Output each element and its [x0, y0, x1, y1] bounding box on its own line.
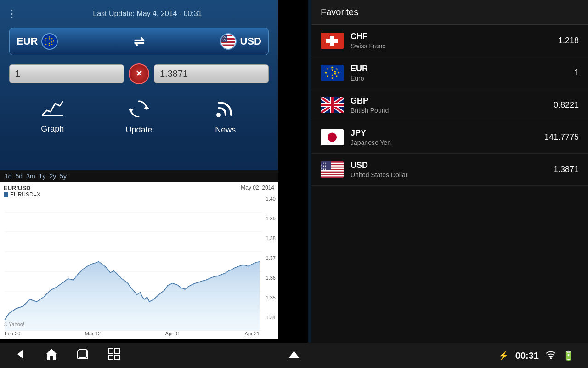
chf-rate: 1.218 [558, 36, 579, 46]
favorite-item-chf[interactable]: CHF Swiss Franc 1.218 [311, 25, 588, 57]
flag-gbp [321, 97, 344, 113]
x-label-2: Mar 12 [85, 331, 101, 336]
time-3m[interactable]: 3m [26, 172, 35, 180]
legend-color [4, 192, 8, 197]
home-button[interactable] [45, 348, 58, 363]
usd-rate: 1.3871 [554, 165, 579, 174]
svg-marker-24 [144, 105, 149, 109]
to-amount-display: 1.3871 [154, 64, 269, 83]
update-button[interactable]: Update [96, 92, 182, 142]
wifi-icon [546, 351, 556, 361]
update-icon [129, 99, 149, 121]
to-currency-flag: ★★★ ★★ ★★★ ★★ [220, 33, 237, 50]
chart-pair-label: EUR/USD [4, 184, 31, 191]
svg-rect-36 [326, 39, 338, 43]
eur-name: Euro [351, 75, 574, 82]
from-amount-input[interactable]: 1 [9, 64, 124, 83]
news-label: News [215, 125, 236, 135]
up-button[interactable] [288, 349, 300, 362]
action-buttons: Graph Update New [9, 92, 269, 142]
y-label-7: 1.34 [266, 315, 276, 320]
gbp-code: GBP [351, 96, 554, 106]
usb-icon: ⚡ [498, 351, 509, 361]
favorite-item-eur[interactable]: ★ ★ ★ ★ ★ ★ ★ ★ ★ ★ ★ ★ EUR Euro 1 [311, 57, 588, 89]
graph-label: Graph [41, 124, 64, 134]
favorite-item-usd[interactable]: ★★★★★ ★★★★ ★★★★★ ★★★★ ★★★★★ USD United S… [311, 154, 588, 186]
chart-svg [0, 198, 276, 339]
favorites-header: Favorites [311, 0, 588, 25]
time-5d[interactable]: 5d [16, 172, 23, 180]
gbp-rate: 0.8221 [554, 100, 579, 110]
graph-button[interactable]: Graph [9, 92, 96, 142]
header-bar: ⋮ Last Update: May 4, 2014 - 00:31 [0, 0, 278, 28]
usd-name: United States Dollar [351, 171, 554, 178]
last-update-label: Last Update: May 4, 2014 - 00:31 [24, 10, 271, 18]
news-icon [216, 99, 235, 121]
jpy-rate: 141.7775 [544, 132, 579, 142]
y-label-3: 1.38 [266, 236, 276, 241]
jpy-code: JPY [351, 128, 544, 138]
gbp-info: GBP British Pound [351, 96, 554, 114]
jpy-info: JPY Japanese Yen [351, 128, 544, 146]
svg-marker-74 [17, 350, 23, 359]
yahoo-credit: © Yahoo! [4, 322, 24, 327]
svg-point-60 [328, 133, 337, 142]
swap-button[interactable]: ⇌ [134, 34, 144, 49]
svg-marker-75 [46, 349, 57, 360]
flag-usd: ★★★★★ ★★★★ ★★★★★ ★★★★ ★★★★★ [321, 161, 344, 178]
flag-chf [321, 33, 344, 49]
eur-code: EUR [351, 64, 574, 74]
y-label-4: 1.37 [266, 255, 276, 261]
svg-rect-78 [108, 349, 113, 353]
input-row: 1 ✕ 1.3871 [9, 62, 269, 85]
svg-text:★: ★ [331, 76, 334, 80]
svg-text:★: ★ [334, 72, 336, 75]
svg-rect-81 [115, 355, 119, 360]
time-controls: 1d 5d 3m 1y 2y 5y [0, 170, 278, 182]
recents-button[interactable] [76, 348, 89, 363]
svg-point-26 [216, 113, 221, 117]
svg-rect-67 [321, 175, 344, 177]
graph-area: 1d 5d 3m 1y 2y 5y EUR/USD May 02, 2014 E… [0, 170, 278, 347]
svg-text:★★: ★★ [223, 40, 226, 41]
x-label-1: Feb 20 [5, 331, 20, 336]
eur-rate: 1 [574, 68, 579, 78]
svg-rect-16 [221, 43, 235, 45]
y-label-1: 1.40 [266, 196, 276, 201]
jpy-name: Japanese Yen [351, 139, 544, 146]
svg-point-83 [550, 357, 552, 359]
battery-icon: 🔋 [563, 350, 574, 361]
back-button[interactable] [14, 348, 27, 363]
time-1y[interactable]: 1y [39, 172, 46, 180]
y-label-6: 1.35 [266, 295, 276, 300]
time-5y[interactable]: 5y [60, 172, 67, 180]
favorite-item-gbp[interactable]: GBP British Pound 0.8221 [311, 89, 588, 121]
svg-rect-58 [321, 104, 344, 106]
svg-text:★: ★ [337, 71, 340, 74]
from-currency[interactable]: EUR ★ ★ ★ ★ ★ ★ ★ ★ ★ ★ [17, 33, 58, 50]
x-label-3: Apr 01 [165, 331, 180, 336]
time-1d[interactable]: 1d [5, 172, 12, 180]
time-2y[interactable]: 2y [49, 172, 56, 180]
svg-text:★: ★ [326, 67, 329, 70]
nav-center [288, 349, 300, 362]
flag-jpy [321, 129, 344, 145]
menu-button[interactable]: ⋮ [7, 8, 17, 20]
clear-button[interactable]: ✕ [129, 63, 149, 84]
to-currency[interactable]: ★★★ ★★ ★★★ ★★ USD [220, 33, 261, 50]
chf-code: CHF [351, 32, 558, 41]
screenshot-button[interactable] [107, 348, 120, 363]
svg-text:★★★★★: ★★★★★ [321, 168, 327, 171]
svg-marker-82 [288, 351, 300, 358]
svg-rect-80 [108, 355, 113, 360]
favorite-item-jpy[interactable]: JPY Japanese Yen 141.7775 [311, 121, 588, 154]
news-button[interactable]: News [182, 92, 269, 142]
graph-icon [42, 99, 63, 121]
eur-info: EUR Euro [351, 64, 574, 82]
chart-date-label: May 02, 2014 [241, 184, 274, 191]
favorites-title: Favorites [321, 7, 358, 17]
currency-selector[interactable]: EUR ★ ★ ★ ★ ★ ★ ★ ★ ★ ★ [9, 28, 269, 55]
usd-info: USD United States Dollar [351, 161, 554, 178]
from-currency-code: EUR [17, 35, 38, 47]
x-axis: Feb 20 Mar 12 Apr 01 Apr 21 [5, 331, 260, 336]
